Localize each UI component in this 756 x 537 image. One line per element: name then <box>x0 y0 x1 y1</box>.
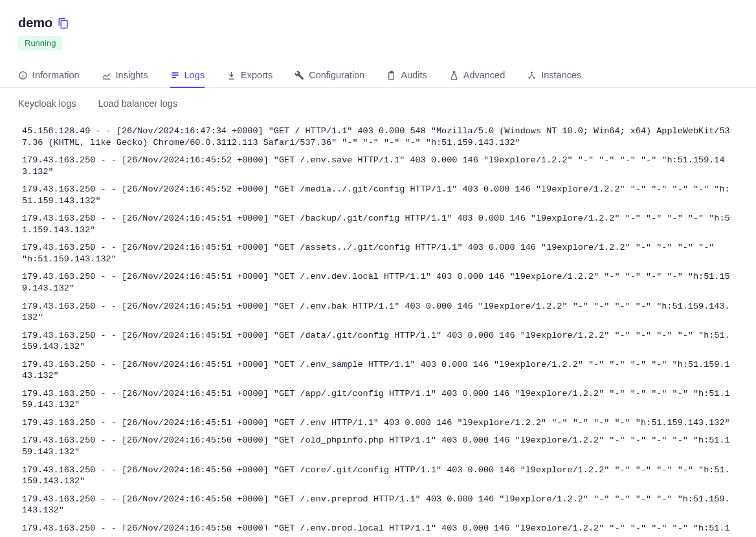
subtab-keycloak[interactable]: Keycloak logs <box>18 98 76 109</box>
flask-icon <box>449 71 459 80</box>
tab-label: Insights <box>116 70 148 80</box>
tab-instances[interactable]: Instances <box>527 63 581 88</box>
chart-icon <box>102 71 111 80</box>
logs-icon <box>170 71 180 80</box>
subtabs: Keycloak logsLoad balancer logs <box>0 88 756 115</box>
tab-label: Configuration <box>309 70 364 80</box>
tabs-primary: InformationInsightsLogsExportsConfigurat… <box>0 56 756 88</box>
svg-rect-1 <box>390 71 393 73</box>
tab-advanced[interactable]: Advanced <box>449 63 506 88</box>
tab-label: Exports <box>241 70 272 80</box>
tab-label: Logs <box>184 70 205 80</box>
log-entry: 179.43.163.250 - - [26/Nov/2024:16:45:50… <box>22 494 734 516</box>
tab-label: Instances <box>541 70 581 80</box>
log-entry: 179.43.163.250 - - [26/Nov/2024:16:45:51… <box>22 330 734 353</box>
log-entry: 179.43.163.250 - - [26/Nov/2024:16:45:50… <box>22 435 734 457</box>
log-entry: 179.43.163.250 - - [26/Nov/2024:16:45:51… <box>22 213 734 236</box>
log-entry: 179.43.163.250 - - [26/Nov/2024:16:45:51… <box>22 271 734 294</box>
tab-information[interactable]: Information <box>18 63 80 88</box>
log-entry: 45.156.128.49 - - [26/Nov/2024:16:47:34 … <box>22 126 734 148</box>
copy-icon[interactable] <box>58 17 69 29</box>
log-entry: 179.43.163.250 - - [26/Nov/2024:16:45:51… <box>22 388 734 411</box>
nodes-icon <box>527 71 537 80</box>
tab-audits[interactable]: Audits <box>386 63 427 88</box>
svg-point-2 <box>531 71 533 73</box>
log-entry: 179.43.163.250 - - [26/Nov/2024:16:45:52… <box>22 184 734 206</box>
tab-logs[interactable]: Logs <box>170 63 205 88</box>
tab-insights[interactable]: Insights <box>102 63 148 88</box>
download-icon <box>227 71 236 80</box>
log-entry: 179.43.163.250 - - [26/Nov/2024:16:45:50… <box>22 523 734 531</box>
status-badge: Running <box>18 36 62 50</box>
log-panel[interactable]: 45.156.128.49 - - [26/Nov/2024:16:47:34 … <box>12 116 744 531</box>
log-entry: 179.43.163.250 - - [26/Nov/2024:16:45:50… <box>22 465 734 487</box>
log-entry: 179.43.163.250 - - [26/Nov/2024:16:45:51… <box>22 301 734 323</box>
tab-label: Audits <box>401 70 427 80</box>
log-entry: 179.43.163.250 - - [26/Nov/2024:16:45:51… <box>22 417 734 429</box>
tab-label: Advanced <box>463 70 506 80</box>
page-title: demo <box>18 16 52 30</box>
wrench-icon <box>295 71 304 80</box>
tab-exports[interactable]: Exports <box>227 63 272 88</box>
log-entry: 179.43.163.250 - - [26/Nov/2024:16:45:51… <box>22 359 734 382</box>
clipboard-icon <box>386 71 396 80</box>
tab-label: Information <box>32 70 80 80</box>
subtab-lb[interactable]: Load balancer logs <box>98 98 177 109</box>
tab-configuration[interactable]: Configuration <box>295 63 364 88</box>
log-entry: 179.43.163.250 - - [26/Nov/2024:16:45:52… <box>22 155 734 177</box>
log-entry: 179.43.163.250 - - [26/Nov/2024:16:45:51… <box>22 242 734 265</box>
info-icon <box>18 71 28 80</box>
